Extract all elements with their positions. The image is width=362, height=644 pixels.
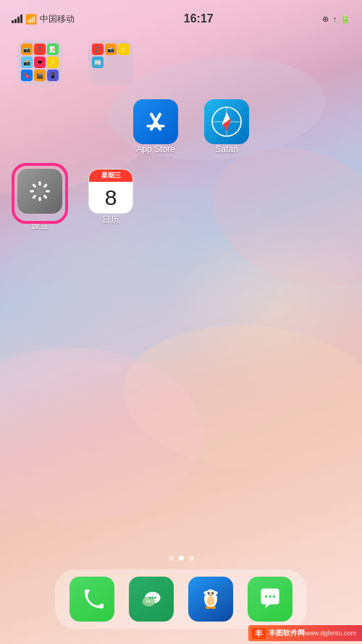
mini-app: 📸 bbox=[21, 57, 33, 68]
mini-app: 🎵 bbox=[34, 43, 46, 55]
page-dots bbox=[0, 556, 362, 561]
battery-icon: 🔋 bbox=[340, 14, 350, 24]
app-folder-1[interactable]: 📷 🎵 📝 📸 ❤ ⭐ 🔖 🎬 📱 bbox=[11, 40, 69, 85]
app-row-2: App Store Safari bbox=[11, 99, 351, 154]
mini-app: 📷 bbox=[21, 43, 33, 55]
svg-point-46 bbox=[273, 595, 276, 598]
app-row-3: 设置 星期三 8 日历 bbox=[11, 169, 351, 232]
wifi-icon: 📶 bbox=[25, 14, 37, 25]
signal-icon bbox=[12, 14, 22, 23]
svg-rect-8 bbox=[146, 125, 164, 127]
mini-app bbox=[118, 70, 130, 81]
svg-point-43 bbox=[211, 606, 216, 609]
watermark-url: www.dgfentu.com bbox=[305, 630, 356, 637]
mini-app: 🎵 bbox=[92, 43, 104, 55]
mini-app bbox=[92, 70, 104, 81]
mini-app: ⭐ bbox=[118, 43, 130, 55]
location-icon: ⊕ bbox=[322, 14, 329, 24]
mini-app bbox=[105, 70, 117, 81]
arrow-icon: ↑ bbox=[332, 14, 337, 23]
app-grid: 📷 🎵 📝 📸 ❤ ⭐ 🔖 🎬 📱 🎵 📸 ⭐ 📰 bbox=[0, 40, 362, 246]
settings-app[interactable]: 设置 bbox=[11, 169, 69, 232]
status-time: 16:17 bbox=[184, 12, 214, 25]
svg-point-37 bbox=[212, 592, 213, 593]
mini-app: 📝 bbox=[47, 43, 59, 55]
page-dot-2 bbox=[179, 556, 184, 561]
svg-point-38 bbox=[209, 594, 213, 595]
svg-point-44 bbox=[265, 595, 268, 598]
status-bar: 📶 中国移动 16:17 ⊕ ↑ 🔋 bbox=[0, 0, 362, 32]
mini-app bbox=[118, 57, 130, 68]
mini-app: 🎬 bbox=[34, 70, 46, 81]
svg-point-31 bbox=[148, 601, 150, 602]
svg-point-42 bbox=[206, 606, 211, 609]
folder-icon-2: 🎵 📸 ⭐ 📰 bbox=[88, 40, 133, 85]
appstore-icon bbox=[133, 99, 178, 144]
appstore-app[interactable]: App Store bbox=[127, 99, 185, 154]
status-left: 📶 中国移动 bbox=[12, 13, 75, 25]
calendar-label: 日历 bbox=[102, 214, 119, 226]
mini-app: ⭐ bbox=[47, 57, 59, 68]
watermark-text: 丰图软件网 bbox=[269, 628, 305, 638]
svg-point-27 bbox=[149, 596, 151, 598]
status-right: ⊕ ↑ 🔋 bbox=[322, 14, 350, 24]
svg-point-30 bbox=[146, 601, 148, 602]
page-dot-3 bbox=[189, 556, 194, 561]
settings-highlight-box bbox=[12, 163, 68, 224]
svg-point-41 bbox=[207, 596, 215, 606]
appstore-label: App Store bbox=[136, 144, 174, 154]
page-dot-1 bbox=[169, 556, 174, 561]
messages-app[interactable] bbox=[248, 577, 292, 622]
watermark: 丰 丰图软件网 www.dgfentu.com bbox=[248, 625, 362, 641]
svg-point-28 bbox=[151, 596, 153, 598]
svg-point-29 bbox=[154, 596, 156, 598]
mini-app: 📱 bbox=[47, 70, 59, 81]
mini-app: 🔖 bbox=[21, 70, 33, 81]
phone-app[interactable] bbox=[70, 577, 114, 622]
dock bbox=[0, 568, 362, 630]
calendar-icon: 星期三 8 bbox=[88, 169, 133, 214]
svg-point-5 bbox=[0, 348, 203, 522]
safari-app[interactable]: Safari bbox=[198, 99, 256, 154]
mini-app: ❤ bbox=[34, 57, 46, 68]
svg-point-45 bbox=[269, 595, 272, 598]
safari-label: Safari bbox=[215, 144, 237, 154]
safari-icon bbox=[204, 99, 249, 144]
mini-app: 📰 bbox=[92, 57, 104, 68]
calendar-app[interactable]: 星期三 8 日历 bbox=[82, 169, 140, 232]
mini-app bbox=[105, 57, 117, 68]
mini-app: 📸 bbox=[105, 43, 117, 55]
qq-app[interactable] bbox=[188, 577, 233, 622]
app-row-1: 📷 🎵 📝 📸 ❤ ⭐ 🔖 🎬 📱 🎵 📸 ⭐ 📰 bbox=[11, 40, 351, 85]
watermark-logo: 丰 bbox=[252, 628, 266, 639]
carrier-label: 中国移动 bbox=[40, 13, 75, 25]
calendar-header: 星期三 bbox=[89, 170, 132, 182]
wechat-app[interactable] bbox=[129, 577, 174, 622]
dock-background bbox=[55, 569, 307, 629]
folder-icon-1: 📷 🎵 📝 📸 ❤ ⭐ 🔖 🎬 📱 bbox=[17, 40, 62, 85]
calendar-date: 8 bbox=[89, 182, 132, 213]
svg-point-36 bbox=[209, 592, 209, 593]
app-folder-2[interactable]: 🎵 📸 ⭐ 📰 bbox=[82, 40, 140, 85]
